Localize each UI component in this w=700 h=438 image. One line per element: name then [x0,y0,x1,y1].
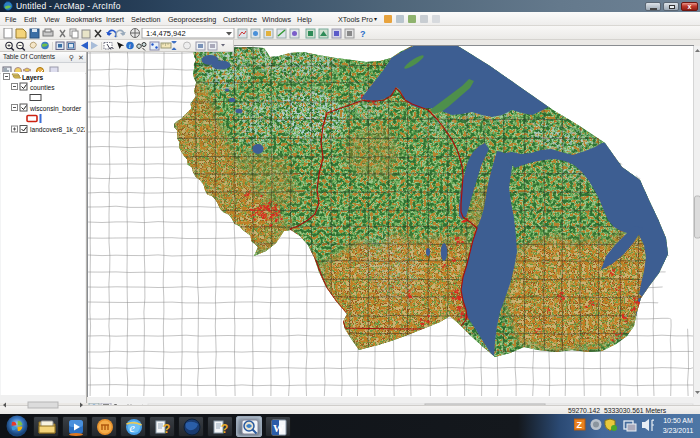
svg-text:1:4,475,942: 1:4,475,942 [146,29,186,38]
svg-text:wisconsin_border: wisconsin_border [29,105,82,113]
svg-text:Layers: Layers [22,74,44,82]
svg-text:W: W [273,421,284,433]
svg-text:landcover8_1k_0220: landcover8_1k_0220 [30,126,85,134]
svg-text:Z: Z [577,420,583,430]
svg-text:?: ? [221,422,228,436]
svg-text:i: i [129,42,131,49]
svg-text:counties: counties [30,84,55,91]
svg-text:?: ? [360,29,366,39]
svg-text:?: ? [163,422,170,436]
